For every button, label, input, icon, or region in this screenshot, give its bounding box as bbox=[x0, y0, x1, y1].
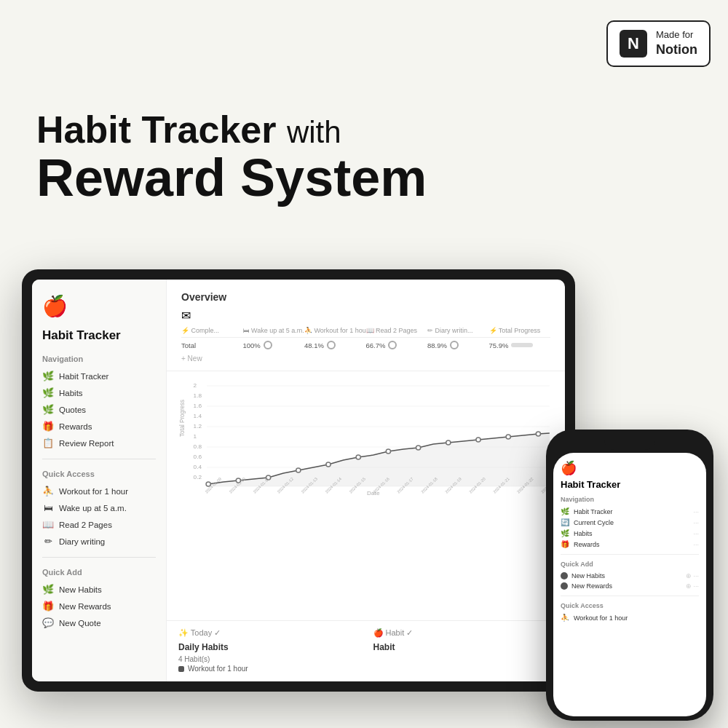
svg-point-25 bbox=[446, 440, 451, 445]
habit-item-workout: Workout for 1 hour bbox=[178, 663, 359, 674]
habit-count: 4 Habit(s) bbox=[178, 655, 359, 663]
tablet-mockup: 🍎 Habit Tracker Navigation 🌿 Habit Track… bbox=[22, 269, 575, 692]
phone-workout-icon: ⛹ bbox=[561, 614, 570, 622]
notion-badge: N Made for Notion bbox=[606, 20, 711, 67]
phone-cycle-label: Current Cycle bbox=[574, 519, 614, 526]
phone-dots-2: ··· bbox=[693, 519, 699, 526]
habit-tracker-label: Habit Tracker bbox=[59, 372, 108, 381]
row-val-3: 66.7% bbox=[366, 341, 428, 349]
wakeup-icon: 🛏 bbox=[42, 502, 54, 513]
review-label: Review Report bbox=[59, 439, 114, 448]
col-diary: ✏ Diary writin... bbox=[427, 327, 489, 334]
phone-habit-tracker-label: Habit Tracker bbox=[574, 508, 613, 515]
sidebar-divider-2 bbox=[42, 557, 156, 558]
new-rewards-label: New Rewards bbox=[59, 602, 111, 611]
row-label: Total bbox=[181, 341, 243, 349]
sidebar-item-new-habits[interactable]: 🌿 New Habits bbox=[42, 581, 156, 598]
mail-icon: ✉ bbox=[181, 309, 550, 323]
tablet-screen: 🍎 Habit Tracker Navigation 🌿 Habit Track… bbox=[32, 280, 565, 681]
habits-icon: 🌿 bbox=[42, 387, 54, 398]
svg-point-23 bbox=[386, 449, 390, 454]
phone-nav-habits[interactable]: 🌿 Habits ··· bbox=[561, 528, 699, 539]
svg-text:2: 2 bbox=[194, 382, 197, 389]
hero-line2: Reward System bbox=[36, 151, 427, 206]
habit-title: Habit bbox=[373, 642, 554, 652]
col-workout: ⛹ Workout for 1 hour bbox=[304, 327, 366, 334]
rewards-icon: 🎁 bbox=[42, 421, 54, 432]
workout-label: Workout for 1 hour bbox=[59, 487, 128, 496]
phone-add-dots-1: ⊕ ··· bbox=[686, 572, 699, 579]
svg-point-20 bbox=[296, 468, 301, 472]
habit-name: Workout for 1 hour bbox=[188, 665, 248, 673]
sidebar-item-read[interactable]: 📖 Read 2 Pages bbox=[42, 516, 156, 533]
svg-text:Total Progress: Total Progress bbox=[179, 400, 186, 437]
new-quote-icon: 💬 bbox=[42, 617, 54, 628]
phone-logo: 🍎 bbox=[561, 460, 699, 476]
sidebar-item-rewards[interactable]: 🎁 Rewards bbox=[42, 418, 156, 435]
app-title: Habit Tracker bbox=[42, 328, 156, 343]
phone-nav-habit-tracker[interactable]: 🌿 Habit Tracker ··· bbox=[561, 506, 699, 517]
col-wakeup: 🛏 Wake up at 5 a.m. bbox=[243, 327, 305, 334]
phone-add-rewards-label: New Rewards bbox=[571, 582, 612, 590]
phone-nav-label: Navigation bbox=[561, 496, 699, 503]
svg-text:0.2: 0.2 bbox=[194, 474, 202, 480]
phone-title: Habit Tracker bbox=[561, 479, 699, 490]
svg-point-26 bbox=[476, 438, 480, 442]
phone-add-habits-label: New Habits bbox=[571, 572, 605, 579]
habits-label: Habits bbox=[59, 389, 83, 397]
quotes-icon: 🌿 bbox=[42, 404, 54, 415]
phone-quick-add-label: Quick Add bbox=[561, 561, 699, 568]
bottom-section: ✨ Today ✓ Daily Habits 4 Habit(s) Workou… bbox=[167, 620, 565, 681]
sidebar-item-new-rewards[interactable]: 🎁 New Rewards bbox=[42, 598, 156, 614]
circle-1 bbox=[264, 341, 272, 349]
sidebar-item-workout[interactable]: ⛹ Workout for 1 hour bbox=[42, 483, 156, 499]
svg-text:Date: Date bbox=[367, 490, 380, 495]
sidebar-item-new-quote[interactable]: 💬 New Quote bbox=[42, 614, 156, 631]
phone-divider-1 bbox=[561, 554, 699, 555]
sidebar-item-review[interactable]: 📋 Review Report bbox=[42, 435, 156, 451]
sidebar-item-quotes[interactable]: 🌿 Quotes bbox=[42, 401, 156, 418]
diary-label: Diary writing bbox=[59, 537, 105, 546]
circle-3 bbox=[388, 341, 397, 349]
col-complete: ⚡ Comple... bbox=[181, 327, 243, 334]
habit-tag: 🍎 Habit ✓ bbox=[373, 628, 554, 638]
phone-access-workout[interactable]: ⛹ Workout for 1 hour bbox=[561, 612, 699, 623]
phone-rewards-label: Rewards bbox=[574, 541, 600, 548]
row-val-1: 100% bbox=[243, 341, 305, 349]
phone-add-habits[interactable]: New Habits ⊕ ··· bbox=[561, 571, 699, 581]
read-icon: 📖 bbox=[42, 519, 54, 530]
quick-add-label: Quick Add bbox=[42, 568, 156, 577]
habit-dot bbox=[178, 666, 184, 672]
sidebar-item-habits[interactable]: 🌿 Habits bbox=[42, 384, 156, 401]
app-sidebar: 🍎 Habit Tracker Navigation 🌿 Habit Track… bbox=[32, 280, 167, 681]
app-main: Overview ✉ ⚡ Comple... 🛏 Wake up at 5 a.… bbox=[167, 280, 565, 681]
phone-nav-cycle[interactable]: 🔄 Current Cycle ··· bbox=[561, 517, 699, 528]
review-icon: 📋 bbox=[42, 438, 54, 448]
sidebar-item-wakeup[interactable]: 🛏 Wake up at 5 a.m. bbox=[42, 499, 156, 516]
phone-add-rewards[interactable]: New Rewards ⊕ ··· bbox=[561, 581, 699, 591]
phone-nav-rewards[interactable]: 🎁 Rewards ··· bbox=[561, 539, 699, 550]
sidebar-item-diary[interactable]: ✏ Diary writing bbox=[42, 533, 156, 550]
svg-text:0.4: 0.4 bbox=[194, 464, 202, 470]
sidebar-item-habit-tracker[interactable]: 🌿 Habit Tracker bbox=[42, 368, 156, 384]
new-button[interactable]: + New bbox=[181, 352, 550, 365]
phone-rewards-icon: 🎁 bbox=[561, 540, 570, 548]
hero-line1: Habit Tracker with bbox=[36, 109, 427, 151]
phone-dots-3: ··· bbox=[693, 530, 699, 537]
overview-table-header: ⚡ Comple... 🛏 Wake up at 5 a.m. ⛹ Workou… bbox=[181, 327, 550, 338]
daily-habits-title: Daily Habits bbox=[178, 642, 359, 652]
svg-point-21 bbox=[326, 462, 331, 467]
svg-point-27 bbox=[506, 435, 510, 439]
svg-text:0.8: 0.8 bbox=[194, 443, 202, 450]
phone-add-habits-icon bbox=[561, 572, 568, 579]
phone-habits-icon: 🌿 bbox=[561, 529, 570, 537]
made-for-text: Made for bbox=[656, 29, 697, 41]
svg-point-24 bbox=[416, 446, 421, 450]
svg-point-28 bbox=[536, 432, 540, 436]
phone-add-dots-2: ⊕ ··· bbox=[686, 582, 699, 590]
diary-icon: ✏ bbox=[42, 536, 54, 547]
svg-text:1: 1 bbox=[194, 433, 197, 440]
sidebar-divider-1 bbox=[42, 459, 156, 459]
col-total: ⚡ Total Progress bbox=[489, 327, 551, 334]
app-logo: 🍎 bbox=[42, 294, 156, 318]
